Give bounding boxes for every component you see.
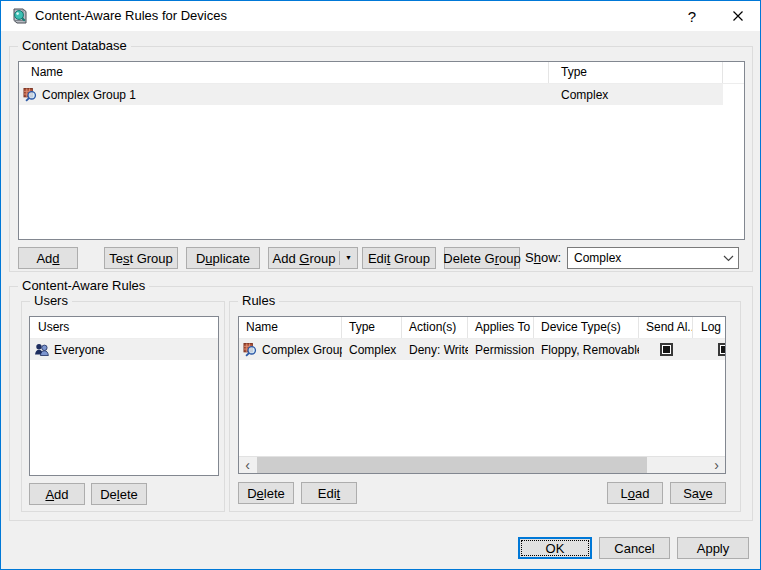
row-type: Complex <box>561 88 608 102</box>
rule-type: Complex <box>349 343 396 357</box>
rules-delete-button[interactable]: Delete <box>238 482 294 504</box>
close-icon <box>732 10 744 22</box>
delete-group-button[interactable]: Delete Group <box>444 247 520 269</box>
rule-applies-to: Permissions <box>475 343 534 357</box>
rule-name: Complex Group 1 <box>262 343 342 357</box>
users-delete-button[interactable]: Delete <box>91 483 147 505</box>
save-button[interactable]: Save <box>670 482 726 504</box>
content-aware-rules-label: Content-Aware Rules <box>18 278 149 294</box>
user-name: Everyone <box>54 343 105 357</box>
send-alert-checkbox-icon[interactable] <box>660 343 673 356</box>
dropdown-arrow-icon[interactable]: ▼ <box>340 248 357 268</box>
content-database-label: Content Database <box>18 38 131 54</box>
show-label: Show: <box>525 247 561 269</box>
column-header-type[interactable]: Type <box>342 317 402 338</box>
edit-group-button[interactable]: Edit Group <box>362 247 436 269</box>
app-icon <box>11 7 29 25</box>
column-header-users[interactable]: Users <box>30 317 218 338</box>
scroll-left-icon[interactable]: ‹ <box>239 457 256 473</box>
rules-horizontal-scrollbar[interactable]: ‹ › <box>239 456 725 473</box>
column-header-type[interactable]: Type <box>549 62 723 83</box>
column-header-send-alert[interactable]: Send Al... <box>639 317 693 338</box>
help-icon: ? <box>688 8 696 25</box>
users-group-label: Users <box>30 293 72 309</box>
complex-group-icon <box>243 343 258 357</box>
column-header-filler <box>723 62 744 83</box>
load-button[interactable]: Load <box>607 482 663 504</box>
scroll-right-icon[interactable]: › <box>708 457 725 473</box>
users-list[interactable]: Users Everyone <box>29 316 219 476</box>
table-row[interactable]: Complex Group 1 Complex <box>19 84 744 105</box>
add-group-split-button[interactable]: Add Group ▼ <box>268 247 358 269</box>
rules-edit-button[interactable]: Edit <box>301 482 357 504</box>
users-list-header: Users <box>30 317 218 339</box>
chevron-down-icon <box>723 255 734 262</box>
column-header-log[interactable]: Log <box>693 317 726 338</box>
row-name: Complex Group 1 <box>42 88 136 102</box>
column-header-name[interactable]: Name <box>19 62 549 83</box>
window-title: Content-Aware Rules for Devices <box>35 1 227 31</box>
apply-button[interactable]: Apply <box>677 537 749 559</box>
column-header-name[interactable]: Name <box>239 317 342 338</box>
ok-button[interactable]: OK <box>518 537 592 559</box>
table-row[interactable]: Complex Group 1 Complex Deny: Write Perm… <box>239 339 726 360</box>
rules-table-header: Name Type Action(s) Applies To Device Ty… <box>239 317 726 339</box>
log-checkbox-icon[interactable] <box>718 343 726 356</box>
rules-table[interactable]: Name Type Action(s) Applies To Device Ty… <box>238 316 726 474</box>
show-combobox[interactable]: Complex <box>567 247 739 269</box>
content-database-table[interactable]: Name Type Complex Group 1 Complex <box>18 61 745 240</box>
dialog-content-aware-rules: Content-Aware Rules for Devices ? Conten… <box>0 0 761 570</box>
show-combobox-value: Complex <box>568 251 718 265</box>
title-bar[interactable]: Content-Aware Rules for Devices ? <box>1 1 760 31</box>
scrollbar-thumb[interactable] <box>257 457 647 473</box>
column-header-actions[interactable]: Action(s) <box>402 317 468 338</box>
list-item-everyone[interactable]: Everyone <box>30 339 218 360</box>
everyone-users-icon <box>34 343 50 357</box>
complex-group-icon <box>23 88 38 102</box>
rule-actions: Deny: Write <box>409 343 468 357</box>
users-add-button[interactable]: Add <box>29 483 85 505</box>
rule-device-types: Floppy, Removable <box>541 343 639 357</box>
column-header-device-types[interactable]: Device Type(s) <box>534 317 639 338</box>
test-group-button[interactable]: Test Group <box>104 247 178 269</box>
duplicate-button[interactable]: Duplicate <box>186 247 260 269</box>
help-button[interactable]: ? <box>669 1 715 31</box>
add-button[interactable]: Add <box>18 247 78 269</box>
close-button[interactable] <box>717 1 759 31</box>
rules-group-label: Rules <box>238 293 279 309</box>
column-header-applies-to[interactable]: Applies To <box>468 317 534 338</box>
content-database-table-header: Name Type <box>19 62 744 84</box>
cancel-button[interactable]: Cancel <box>599 537 670 559</box>
